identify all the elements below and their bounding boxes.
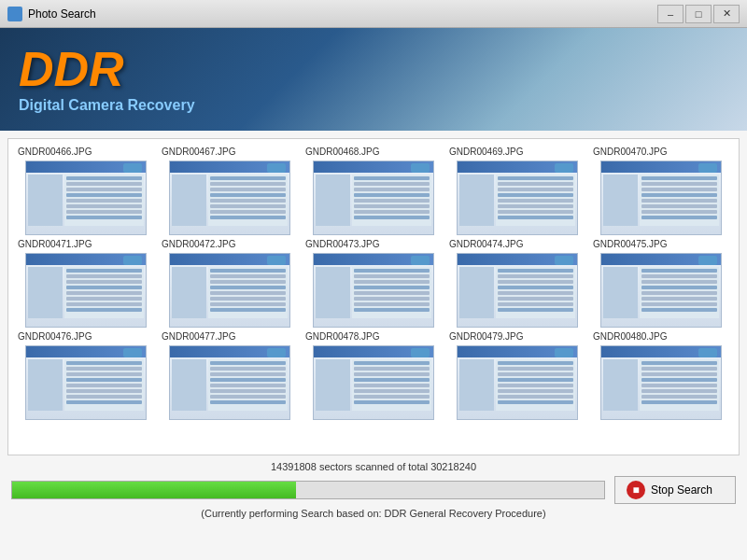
thumb-row [641, 395, 717, 399]
thumb-row [210, 269, 286, 273]
thumb-main [640, 359, 719, 411]
photo-thumbnail[interactable] [457, 161, 578, 235]
thumb-row [210, 188, 286, 191]
thumb-content [170, 346, 289, 419]
stop-search-button[interactable]: ■ Stop Search [614, 476, 736, 504]
thumb-row [641, 204, 717, 208]
thumb-sidebar [28, 359, 63, 411]
photo-item[interactable]: GNDR00479.JPG [447, 331, 587, 420]
thumb-row [498, 182, 573, 186]
thumb-row [66, 400, 142, 404]
photo-thumbnail[interactable] [600, 161, 722, 235]
thumb-row [498, 199, 573, 203]
photo-item[interactable]: GNDR00468.JPG [303, 147, 444, 235]
thumb-row [498, 216, 573, 219]
thumb-main [64, 175, 144, 226]
thumb-row [354, 297, 430, 301]
title-bar: Photo Search – □ ✕ [0, 0, 747, 28]
photo-thumbnail[interactable] [25, 161, 147, 235]
thumb-body [458, 173, 577, 228]
thumb-logo [555, 348, 573, 357]
thumb-content [170, 161, 289, 234]
main-content: GNDR00466.JPG [0, 131, 747, 560]
photo-item[interactable]: GNDR00476.JPG [16, 331, 156, 420]
thumb-row [210, 395, 286, 399]
thumb-row [641, 291, 717, 295]
photo-grid-container[interactable]: GNDR00466.JPG [7, 138, 740, 455]
thumb-row [210, 297, 286, 301]
thumb-sidebar [316, 267, 350, 318]
thumb-row [210, 274, 286, 278]
thumb-logo [267, 348, 286, 357]
thumb-row [498, 384, 573, 387]
photo-thumbnail[interactable] [25, 345, 147, 420]
thumb-main [208, 267, 288, 318]
window-controls: – □ ✕ [657, 5, 740, 23]
photo-item[interactable]: GNDR00475.JPG [591, 239, 731, 328]
thumb-row [354, 269, 430, 273]
photo-item[interactable]: GNDR00471.JPG [16, 239, 156, 328]
photo-label: GNDR00479.JPG [447, 331, 587, 342]
close-button[interactable]: ✕ [713, 5, 740, 23]
photo-thumbnail[interactable] [313, 345, 434, 420]
thumb-row [354, 199, 430, 203]
thumb-body [170, 357, 289, 413]
thumb-row [354, 280, 430, 284]
photo-item[interactable]: GNDR00467.JPG [160, 147, 300, 235]
photo-item[interactable]: GNDR00472.JPG [160, 239, 300, 328]
thumb-main [64, 359, 144, 411]
thumb-row [498, 389, 573, 393]
thumb-content [26, 161, 146, 234]
thumb-main [496, 359, 575, 411]
maximize-button[interactable]: □ [685, 5, 712, 23]
photo-item[interactable]: GNDR00473.JPG [303, 239, 444, 328]
thumb-main [640, 267, 719, 318]
thumb-row [498, 210, 573, 214]
thumb-row [210, 378, 286, 382]
photo-item[interactable]: GNDR00466.JPG [16, 147, 156, 235]
thumb-logo [698, 256, 717, 265]
photo-item[interactable]: GNDR00477.JPG [160, 331, 300, 420]
photo-label: GNDR00476.JPG [16, 331, 156, 342]
thumb-row [354, 291, 430, 295]
photo-thumbnail[interactable] [169, 161, 290, 235]
thumb-logo [411, 348, 430, 357]
thumb-row [641, 389, 717, 393]
photo-thumbnail[interactable] [457, 253, 578, 328]
photo-item[interactable]: GNDR00470.JPG [591, 147, 731, 235]
thumb-row [66, 210, 142, 214]
status-text: (Currently performing Search based on: D… [11, 508, 736, 519]
photo-item[interactable]: GNDR00469.JPG [447, 147, 587, 235]
header-logo: DDR Digital Camera Recovery [19, 45, 195, 114]
thumb-row [354, 384, 430, 387]
thumb-row [354, 204, 430, 208]
thumb-row [641, 193, 717, 197]
progress-bar-container [11, 481, 605, 499]
photo-item[interactable]: GNDR00480.JPG [591, 331, 731, 420]
thumb-row [641, 188, 717, 191]
thumb-logo [123, 348, 142, 357]
thumb-row [498, 361, 573, 365]
photo-thumbnail[interactable] [313, 253, 434, 328]
thumb-row [354, 389, 430, 393]
photo-thumbnail[interactable] [169, 345, 290, 420]
thumb-logo [555, 256, 573, 265]
photo-label: GNDR00467.JPG [160, 147, 300, 157]
photo-thumbnail[interactable] [313, 161, 434, 235]
thumb-row [66, 216, 142, 219]
photo-item[interactable]: GNDR00474.JPG [447, 239, 587, 328]
photo-thumbnail[interactable] [600, 345, 722, 420]
photo-label: GNDR00472.JPG [160, 239, 300, 249]
thumb-row [66, 204, 142, 208]
photo-thumbnail[interactable] [25, 253, 147, 328]
thumb-row [498, 372, 573, 376]
thumb-row [641, 182, 717, 186]
photo-thumbnail[interactable] [169, 253, 290, 328]
thumb-row [641, 384, 717, 387]
thumb-row [498, 286, 573, 289]
photo-thumbnail[interactable] [457, 345, 578, 420]
minimize-button[interactable]: – [657, 5, 684, 23]
thumb-row [66, 199, 142, 203]
photo-item[interactable]: GNDR00478.JPG [303, 331, 444, 420]
photo-thumbnail[interactable] [600, 253, 722, 328]
